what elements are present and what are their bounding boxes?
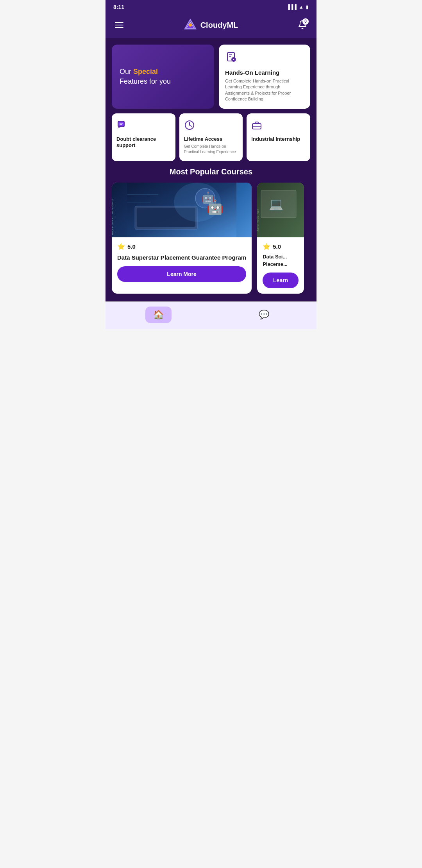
doubt-clearance-title: Doubt clearance support [116,136,171,149]
chat-nav-icon: 💬 [259,310,269,320]
svg-text:🤖: 🤖 [201,191,215,204]
course-thumbnail-svg-2: 💻 Adobe Stock | 543... [257,183,304,237]
logo-text: CloudyML [200,21,238,30]
star-icon-1: ⭐ [117,243,125,250]
star-icon-2: ⭐ [263,243,270,250]
industrial-internship-title: Industrial Internship [251,136,306,143]
lifetime-access-card: Lifetime Access Get Complete Hands-on Pr… [179,113,243,161]
svg-marker-12 [118,127,120,129]
course-body-1: ⭐ 5.0 Data Superstar Placement Guarantee… [112,237,252,287]
hamburger-line-2 [115,25,123,25]
learn-button-2[interactable]: Learn [263,273,299,288]
course-image-placeholder-1: Adobe Stock | 366755102 [112,183,252,237]
special-card-text: Our Special Features for you [120,67,206,86]
hamburger-line-1 [115,22,123,23]
clock-icon [184,120,238,133]
battery-icon: ▮ [306,4,309,10]
logo-icon [183,18,197,32]
course-image-1: Adobe Stock | 366755102 [112,183,252,237]
notification-button[interactable]: 0 [296,18,309,32]
signal-icon: ▐▐▐ [287,4,297,10]
hands-on-desc: Get Complete Hands-on Practical Learning… [225,78,304,102]
notification-badge: 0 [302,18,309,25]
hands-on-card: Hands-On Learning Get Complete Hands-on … [219,45,310,109]
wifi-icon: ▲ [299,4,304,10]
lifetime-access-title: Lifetime Access [184,136,238,143]
main-content: Our Special Features for you Hands-On Le… [106,38,316,301]
svg-text:Adobe Stock | 543...: Adobe Stock | 543... [257,207,260,231]
course-image-2: 💻 Adobe Stock | 543... [257,183,304,237]
hamburger-line-3 [115,27,123,28]
special-features-card: Our Special Features for you [112,45,214,109]
svg-text:💻: 💻 [269,197,284,211]
hands-on-title: Hands-On Learning [225,69,304,76]
course-card-1: Adobe Stock | 366755102 [112,183,252,293]
course-card-2: 💻 Adobe Stock | 543... ⭐ 5.0 Data Sci...… [257,183,304,293]
feature-cards-row: Doubt clearance support Lifetime Access … [112,113,310,161]
industrial-internship-card: Industrial Internship [247,113,310,161]
rating-value-1: 5.0 [127,243,136,250]
course-title-1: Data Superstar Placement Guarantee Progr… [117,253,246,262]
svg-line-15 [190,125,191,126]
home-icon: 🏠 [153,310,164,320]
bottom-nav: 🏠 💬 [106,301,316,329]
doubt-clearance-card: Doubt clearance support [112,113,175,161]
special-highlight: Special [133,68,158,75]
hands-on-icon [225,51,304,66]
special-features-row: Our Special Features for you Hands-On Le… [112,45,310,109]
features-label: Features for you [120,77,171,85]
status-bar: 8:11 ▐▐▐ ▲ ▮ [106,0,316,14]
courses-scroll: Adobe Stock | 366755102 [112,183,310,295]
lifetime-access-desc: Get Complete Hands-on Practical Learning… [184,144,238,155]
course-title-2: Data Sci...Placeme... [263,253,299,267]
menu-button[interactable] [113,21,125,29]
svg-rect-9 [118,122,124,126]
status-time: 8:11 [113,4,124,10]
briefcase-icon [251,120,306,133]
app-header: CloudyML 0 [106,14,316,38]
chat-icon [116,120,171,133]
nav-home[interactable]: 🏠 [145,307,172,323]
rating-value-2: 5.0 [273,243,281,250]
logo-container: CloudyML [183,18,238,32]
svg-point-2 [189,23,192,27]
status-icons: ▐▐▐ ▲ ▮ [287,4,309,10]
course-rating-2: ⭐ 5.0 [263,243,299,250]
section-title: Most Popular Courses [112,167,310,176]
course-body-2: ⭐ 5.0 Data Sci...Placeme... Learn [257,237,304,293]
course-thumbnail-svg-1: 🤖 [112,183,252,237]
nav-chat[interactable]: 💬 [251,307,277,323]
course-rating-1: ⭐ 5.0 [117,243,246,250]
learn-more-button-1[interactable]: Learn More [117,266,246,282]
our-label: Our [120,68,131,75]
